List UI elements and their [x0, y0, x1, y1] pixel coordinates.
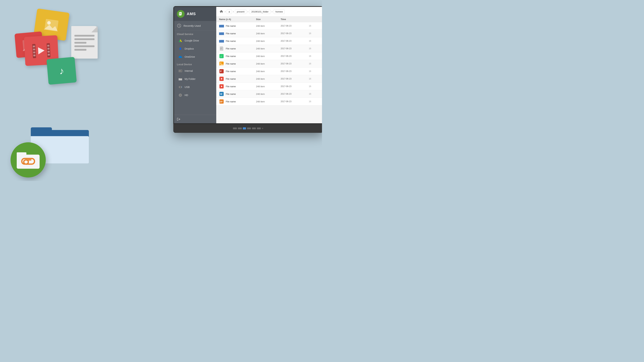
file-extra: 16 [309, 100, 319, 103]
google-drive-icon [178, 38, 182, 43]
table-row[interactable]: File name 248 item 2017-06-23 16 [216, 60, 322, 68]
internal-label: Internal [184, 70, 193, 72]
breadcrumb-home[interactable]: homew [274, 10, 285, 14]
file-extra: 16 [309, 47, 319, 50]
usb-icon [178, 85, 182, 89]
file-name-cell: File name [219, 84, 256, 89]
green-circle-illustration [10, 142, 46, 178]
table-row[interactable]: File name 248 item 2017-06-23 16 [216, 30, 322, 37]
breadcrumb-sep-3: › [248, 10, 248, 13]
file-type-icon [219, 84, 224, 89]
table-row[interactable]: File name 248 item 2017-06-23 16 [216, 75, 322, 83]
file-list-header: Name (z-A) Size Time [216, 16, 322, 22]
music-card-illustration: ♪ [46, 57, 77, 84]
col-extra [309, 18, 319, 20]
dropbox-icon [178, 46, 182, 51]
breadcrumb-folder[interactable]: 20190101_folder [250, 10, 270, 14]
file-type-icon [219, 76, 224, 81]
file-name: File name [226, 25, 236, 27]
internal-icon [178, 69, 182, 73]
table-row[interactable]: File name 248 item 2017-06-23 16 [216, 83, 322, 90]
file-time: 2017-06-23 [281, 93, 309, 95]
dropbox-label: Dropbox [184, 47, 194, 50]
local-device-section-label: Local Device [174, 61, 216, 67]
col-size[interactable]: Size [256, 18, 281, 20]
sidebar-item-hd[interactable]: HD [174, 91, 216, 99]
sidebar-header: AMS [174, 7, 216, 21]
home-breadcrumb-button[interactable] [219, 9, 224, 14]
file-type-icon [219, 24, 224, 28]
file-name-cell: File name [219, 38, 256, 44]
file-type-icon [219, 46, 224, 51]
table-row[interactable]: File name 248 item 2017-06-23 16 [216, 22, 322, 30]
clock-icon [177, 24, 182, 28]
file-name: File name [226, 55, 236, 58]
svg-text:ZIP: ZIP [220, 100, 222, 103]
breadcrumb-a[interactable]: a [227, 10, 232, 14]
port-dot-1 [262, 128, 263, 129]
table-row[interactable]: W File name 248 item 2017-06-23 16 [216, 90, 322, 98]
table-row[interactable]: File name 248 item 2017-06-23 16 [216, 45, 322, 52]
col-time[interactable]: Time [281, 18, 309, 20]
doc-card-illustration [71, 26, 98, 58]
monitor: AMS Recently Used Cloud Service [173, 6, 322, 140]
usb-port [243, 127, 246, 130]
breadcrumb-present[interactable]: present [235, 10, 246, 14]
logout-button[interactable] [177, 117, 214, 121]
file-size: 248 item [256, 70, 281, 73]
svg-rect-20 [179, 70, 181, 71]
file-name-cell: File name [219, 76, 256, 81]
svg-text:W: W [220, 93, 222, 95]
file-time: 2017-06-23 [281, 32, 309, 35]
sidebar-item-dropbox[interactable]: Dropbox [174, 45, 216, 53]
onedrive-label: OneDrive [184, 56, 195, 58]
sidebar-item-onedrive[interactable]: OneDrive [174, 53, 216, 61]
svg-rect-0 [44, 19, 58, 30]
table-row[interactable]: P File name 248 item 2017-06-23 16 [216, 68, 322, 75]
table-row[interactable]: ♪ File name 248 item 2017-06-23 16 [216, 52, 322, 60]
monitor-ports [233, 127, 263, 130]
sidebar-item-google-drive[interactable]: Google Drive [174, 36, 216, 45]
file-extra: 16 [309, 55, 319, 57]
file-name-cell: File name [219, 61, 256, 66]
file-name-cell: File name [219, 46, 256, 51]
file-time: 2017-06-23 [281, 100, 309, 103]
port-5 [257, 128, 261, 129]
file-time: 2017-06-23 [281, 55, 309, 57]
port-2 [238, 128, 242, 129]
file-size: 248 item [256, 93, 281, 95]
file-type-icon: W [219, 92, 224, 96]
file-size: 248 item [256, 100, 281, 103]
file-extra: 16 [309, 78, 319, 80]
video-card-illustration [24, 35, 59, 66]
svg-point-1 [47, 21, 51, 25]
file-name: File name [226, 47, 236, 50]
table-row[interactable]: ZIP File name 248 item 2017-06-23 16 [216, 98, 322, 105]
file-time: 2017-06-23 [281, 62, 309, 65]
screen: AMS Recently Used Cloud Service [174, 7, 322, 123]
google-drive-label: Google Drive [184, 39, 199, 42]
file-list: File name 248 item 2017-06-23 16 File na… [216, 22, 322, 123]
my-folder-label: My Folder [184, 78, 196, 80]
sidebar-item-recently-used[interactable]: Recently Used [174, 21, 216, 30]
sidebar-item-usb[interactable]: USB [174, 83, 216, 91]
sidebar-item-my-folder[interactable]: My Folder [174, 75, 216, 83]
file-time: 2017-06-23 [281, 40, 309, 42]
port-1 [233, 128, 237, 129]
col-name[interactable]: Name (z-A) [219, 18, 256, 20]
hd-label: HD [184, 94, 188, 96]
file-type-icon: ZIP [219, 99, 224, 104]
svg-rect-22 [180, 86, 181, 88]
file-extra: 16 [309, 25, 319, 27]
sidebar: AMS Recently Used Cloud Service [174, 7, 216, 123]
svg-text:♪: ♪ [220, 55, 222, 58]
recently-used-label: Recently Used [184, 24, 201, 27]
monitor-base-bar [173, 124, 322, 133]
hd-icon [178, 93, 182, 97]
svg-text:P: P [220, 70, 222, 73]
table-row[interactable]: File name 248 item 2017-06-23 16 [216, 37, 322, 45]
file-extra: 16 [309, 40, 319, 42]
file-extra: 16 [309, 62, 319, 65]
file-time: 2017-06-23 [281, 70, 309, 72]
sidebar-item-internal[interactable]: Internal [174, 67, 216, 75]
